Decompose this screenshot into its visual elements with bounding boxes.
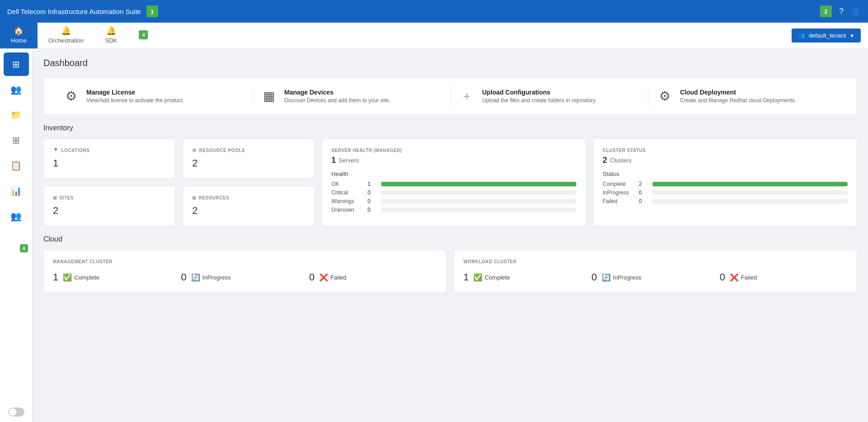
health-ok-bar [381, 182, 576, 186]
quick-action-cloud-deployment[interactable]: ⚙ Cloud Deployment Create and Manage Red… [648, 85, 846, 107]
tab-bar: 🏠 Home 🔔 Orchestration 🔔 SDK 4 👥 default… [0, 23, 868, 49]
tab-home[interactable]: 🏠 Home [0, 23, 38, 48]
cluster-complete-count: 2 [639, 181, 648, 187]
workload-complete-stat: 1 ✅ Complete [463, 271, 591, 283]
management-cluster-label: MANAGEMENT CLUSTER [53, 259, 437, 264]
tenant-label: default_tenant [809, 32, 846, 39]
page-title: Dashboard [43, 58, 857, 68]
manage-devices-icon: ▦ [260, 89, 278, 104]
health-unknown-count: 0 [368, 207, 377, 213]
quick-action-upload-config[interactable]: + Upload Configurations Upload the files… [451, 85, 649, 107]
tab-orchestration[interactable]: 🔔 Orchestration [38, 23, 94, 48]
tab-home-label: Home [11, 37, 27, 44]
app-title: Dell Telecom Infrastructure Automation S… [7, 8, 141, 15]
cluster-failed-label: Failed [603, 198, 634, 204]
health-row-warnings: Warnings 0 [331, 198, 576, 204]
health-critical-bar-container [381, 190, 576, 195]
upload-config-title: Upload Configurations [482, 89, 597, 96]
locations-value: 1 [53, 157, 166, 169]
tab-sdk[interactable]: 🔔 SDK [94, 23, 128, 48]
health-critical-count: 0 [368, 190, 377, 196]
health-warnings-bar-container [381, 199, 576, 204]
mgmt-inprogress-label: InProgress [203, 274, 231, 281]
workload-failed-num: 0 [720, 271, 725, 283]
location-pin-icon: 📍 [53, 148, 59, 153]
sidebar-item-apps[interactable]: ⊞ [4, 128, 29, 152]
sidebar-item-monitor[interactable]: 📊 [4, 179, 29, 203]
cluster-inprogress-bar-container [652, 190, 848, 195]
files-icon: 📁 [10, 109, 22, 120]
tab-4-badge: 4 [139, 30, 148, 39]
help-icon[interactable]: ? [839, 7, 844, 16]
mgmt-complete-stat: 1 ✅ Complete [53, 271, 181, 283]
manage-license-icon: ⚙ [62, 89, 80, 104]
cluster-inprogress-label: InProgress [603, 190, 634, 196]
sidebar-item-dashboard[interactable]: ⊞ [4, 52, 29, 76]
sidebar-item-team[interactable]: 👥 [4, 204, 29, 228]
team-icon: 👥 [10, 211, 22, 222]
resource-pools-label: ⚙ RESOURCE POOLS [192, 148, 305, 153]
mgmt-failed-stat: 0 ❌ Failed [309, 271, 437, 283]
workload-inprogress-stat: 0 🔄 InProgress [591, 271, 719, 283]
quick-action-manage-devices[interactable]: ▦ Manage Devices Discover Devices and ad… [253, 85, 451, 107]
toggle-switch[interactable] [8, 408, 24, 417]
failed-x-icon: ❌ [319, 273, 328, 282]
manage-license-text: Manage License View/Add license to activ… [86, 89, 184, 104]
orchestration-icon: 🔔 [61, 26, 71, 36]
resource-pools-icon: ⚙ [192, 148, 197, 153]
sidebar-item-reports[interactable]: 📋 [4, 154, 29, 177]
upload-config-desc: Upload the files and create folders in r… [482, 97, 597, 104]
sidebar: ⊞ 👥 📁 ⊞ 📋 📊 👥 4 [0, 49, 33, 422]
user-icon[interactable]: 👤 [851, 6, 861, 16]
management-cluster-stats: 1 ✅ Complete 0 🔄 InProgress [53, 271, 437, 283]
sites-value: 2 [53, 205, 166, 217]
tab-4[interactable]: 4 [128, 23, 159, 48]
reports-icon: 📋 [10, 160, 22, 171]
workload-inprogress-spinner-icon: 🔄 [602, 273, 611, 282]
complete-check-icon: ✅ [63, 273, 72, 282]
sidebar-item-badge4[interactable]: 4 [4, 230, 29, 253]
health-unknown-label: Unknown [331, 207, 363, 213]
mgmt-failed-num: 0 [309, 271, 315, 283]
cluster-complete-label: Complete [603, 181, 634, 187]
workload-cluster-card: WORKLOAD CLUSTER 1 ✅ Complete 0 🔄 InPr [454, 250, 857, 293]
sidebar-item-users[interactable]: 👥 [4, 78, 29, 101]
cluster-status-section-title: Status [603, 171, 848, 177]
mgmt-inprogress-num: 0 [181, 271, 186, 283]
sidebar-item-files[interactable]: 📁 [4, 103, 29, 127]
quick-action-manage-license[interactable]: ⚙ Manage License View/Add license to act… [55, 85, 253, 107]
upload-config-text: Upload Configurations Upload the files a… [482, 89, 597, 104]
management-cluster-card: MANAGEMENT CLUSTER 1 ✅ Complete 0 🔄 In [43, 250, 447, 293]
mgmt-inprogress-info: 🔄 InProgress [191, 273, 231, 282]
sites-label: ⊞ SITES [53, 195, 166, 200]
manage-devices-title: Manage Devices [284, 89, 391, 96]
upload-config-icon: + [458, 89, 476, 104]
health-row-ok: OK 1 [331, 181, 576, 187]
health-warnings-label: Warnings [331, 198, 363, 204]
tab-bar-left: 🏠 Home 🔔 Orchestration 🔔 SDK 4 [0, 23, 159, 48]
cloud-deployment-icon: ⚙ [656, 89, 674, 104]
cluster-complete-bar-container [652, 182, 848, 186]
sites-card: ⊞ SITES 2 [43, 186, 175, 226]
servers-label: Servers [339, 157, 359, 164]
resources-icon: ⊞ [192, 195, 196, 200]
tenant-button[interactable]: 👥 default_tenant ▼ [792, 28, 861, 43]
home-icon: 🏠 [14, 26, 24, 36]
health-ok-bar-container [381, 182, 576, 186]
cluster-status-label: CLUSTER STATUS [603, 148, 848, 153]
cloud-section-title: Cloud [43, 235, 857, 243]
workload-failed-label: Failed [741, 274, 757, 281]
tab-bar-right: 👥 default_tenant ▼ [792, 28, 868, 43]
mgmt-failed-label: Failed [330, 274, 346, 281]
manage-devices-desc: Discover Devices and add them to your si… [284, 97, 391, 104]
workload-failed-x-icon: ❌ [730, 273, 739, 282]
tenant-icon: 👥 [798, 32, 805, 39]
health-unknown-bar-container [381, 208, 576, 212]
tab-sdk-label: SDK [105, 37, 118, 44]
mgmt-inprogress-stat: 0 🔄 InProgress [181, 271, 309, 283]
health-critical-label: Critical [331, 190, 363, 196]
sidebar-toggle[interactable] [8, 408, 24, 417]
clusters-label: Clusters [610, 157, 632, 164]
main-layout: ⊞ 👥 📁 ⊞ 📋 📊 👥 4 Dashboard [0, 49, 868, 422]
health-ok-count: 1 [368, 181, 377, 187]
